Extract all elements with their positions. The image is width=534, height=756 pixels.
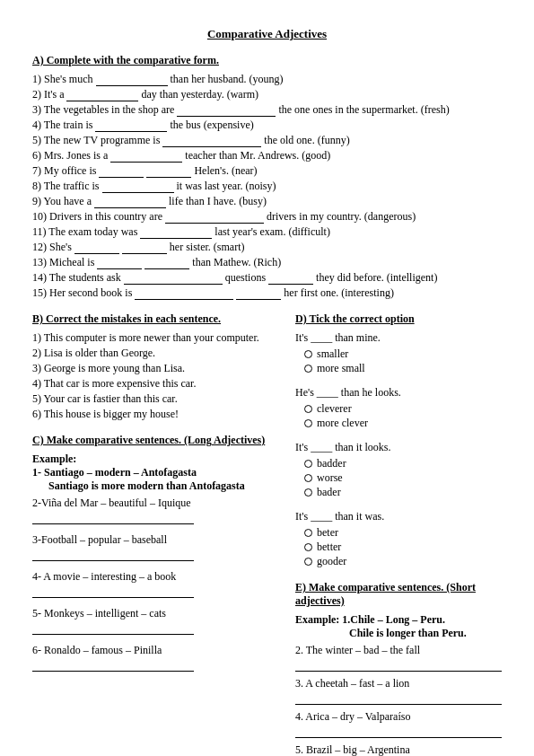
list-item: 10) Drivers in this country are drivers … bbox=[32, 210, 502, 224]
radio-icon bbox=[304, 460, 312, 468]
long-adj-item: 3-Football – popular – baseball bbox=[32, 533, 286, 561]
col-left: B) Correct the mistakes in each sentence… bbox=[32, 312, 286, 756]
list-item: 6) This house is bigger my house! bbox=[32, 408, 286, 421]
list-item: 7) My office is Helen's. (near) bbox=[32, 164, 502, 178]
long-adj-item: 5- Monkeys – intelligent – cats bbox=[32, 607, 286, 635]
section-d: D) Tick the correct option It's ____ tha… bbox=[295, 312, 502, 568]
tick-group: It's ____ than mine. smaller more small bbox=[295, 331, 502, 375]
tick-option[interactable]: bader bbox=[295, 486, 502, 499]
tick-option[interactable]: gooder bbox=[295, 555, 502, 568]
tick-option[interactable]: badder bbox=[295, 457, 502, 470]
radio-icon bbox=[304, 558, 312, 566]
section-b: B) Correct the mistakes in each sentence… bbox=[32, 312, 286, 421]
section-d-groups: It's ____ than mine. smaller more small … bbox=[295, 331, 502, 568]
list-item: 14) The students ask questions they did … bbox=[32, 271, 502, 285]
long-adj-item: 4- A movie – interesting – a book bbox=[32, 570, 286, 598]
e-item: 5. Brazil – big – Argentina bbox=[295, 743, 502, 756]
radio-icon bbox=[304, 529, 312, 537]
e-item: 3. A cheetah – fast – a lion bbox=[295, 677, 502, 705]
section-e: E) Make comparative sentences. (Short ad… bbox=[295, 581, 502, 756]
list-item: 8) The traffic is it was last year. (noi… bbox=[32, 180, 502, 193]
list-item: 4) The train is the bus (expensive) bbox=[32, 119, 502, 132]
list-item: 5) Your car is fastier than this car. bbox=[32, 392, 286, 406]
list-item: 3) The vegetables in the shop are the on… bbox=[32, 103, 502, 117]
list-item: 5) The new TV programme is the old one. … bbox=[32, 134, 502, 147]
bottom-two-col: B) Correct the mistakes in each sentence… bbox=[32, 312, 502, 756]
tick-option[interactable]: more clever bbox=[295, 417, 502, 430]
long-adj-item: 6- Ronaldo – famous – Pinilla bbox=[32, 644, 286, 672]
section-a: A) Complete with the comparative form. 1… bbox=[32, 54, 502, 300]
list-item: 9) You have a life than I have. (busy) bbox=[32, 195, 502, 208]
list-item: 11) The exam today was last year's exam.… bbox=[32, 225, 502, 239]
section-a-title: A) Complete with the comparative form. bbox=[32, 54, 502, 67]
section-e-title: E) Make comparative sentences. (Short ad… bbox=[295, 581, 502, 608]
list-item: 6) Mrs. Jones is a teacher than Mr. Andr… bbox=[32, 149, 502, 163]
list-item: 1) She's much than her husband. (young) bbox=[32, 73, 502, 86]
radio-icon bbox=[304, 365, 312, 373]
list-item: 13) Micheal is than Mathew. (Rich) bbox=[32, 256, 502, 269]
tick-option[interactable]: beter bbox=[295, 526, 502, 540]
section-c-items: 2-Viña del Mar – beautiful – Iquique3-Fo… bbox=[32, 497, 286, 672]
radio-icon bbox=[304, 488, 312, 497]
tick-option[interactable]: better bbox=[295, 541, 502, 554]
tick-group: He's ____ than he looks. cleverer more c… bbox=[295, 386, 502, 430]
radio-icon bbox=[304, 405, 312, 413]
tick-option[interactable]: more small bbox=[295, 362, 502, 375]
e-item: 4. Arica – dry – Valparaíso bbox=[295, 710, 502, 738]
list-item: 15) Her second book is her first one. (i… bbox=[32, 286, 502, 300]
section-c-content: Example: 1- Santiago – modern – Antofaga… bbox=[32, 453, 286, 672]
tick-option[interactable]: smaller bbox=[295, 347, 502, 361]
radio-icon bbox=[304, 350, 312, 358]
list-item: 2) Lisa is older than George. bbox=[32, 347, 286, 360]
tick-group: It's ____ than it was. beter better good… bbox=[295, 510, 502, 568]
tick-option[interactable]: cleverer bbox=[295, 402, 502, 416]
section-b-title: B) Correct the mistakes in each sentence… bbox=[32, 312, 286, 326]
section-b-items: 1) This computer is more newer than your… bbox=[32, 331, 286, 421]
e-item: 2. The winter – bad – the fall bbox=[295, 644, 502, 672]
tick-option[interactable]: worse bbox=[295, 471, 502, 485]
col-right: D) Tick the correct option It's ____ tha… bbox=[295, 312, 502, 756]
radio-icon bbox=[304, 474, 312, 482]
page-title: Comparative Adjectives bbox=[32, 27, 502, 41]
list-item: 12) She's her sister. (smart) bbox=[32, 241, 502, 254]
list-item: 1) This computer is more newer than your… bbox=[32, 331, 286, 345]
section-a-items: 1) She's much than her husband. (young) … bbox=[32, 73, 502, 300]
list-item: 4) That car is more expensive this car. bbox=[32, 377, 286, 391]
radio-icon bbox=[304, 419, 312, 427]
tick-group: It's ____ than it looks. badder worse ba… bbox=[295, 441, 502, 499]
section-c-title: C) Make comparative sentences. (Long Adj… bbox=[32, 434, 286, 447]
radio-icon bbox=[304, 543, 312, 551]
section-c: C) Make comparative sentences. (Long Adj… bbox=[32, 434, 286, 672]
list-item: 3) George is more young than Lisa. bbox=[32, 362, 286, 375]
long-adj-item: 2-Viña del Mar – beautiful – Iquique bbox=[32, 497, 286, 524]
section-d-title: D) Tick the correct option bbox=[295, 312, 502, 326]
list-item: 2) It's a day than yesterday. (warm) bbox=[32, 88, 502, 101]
section-e-items: 2. The winter – bad – the fall3. A cheet… bbox=[295, 644, 502, 756]
